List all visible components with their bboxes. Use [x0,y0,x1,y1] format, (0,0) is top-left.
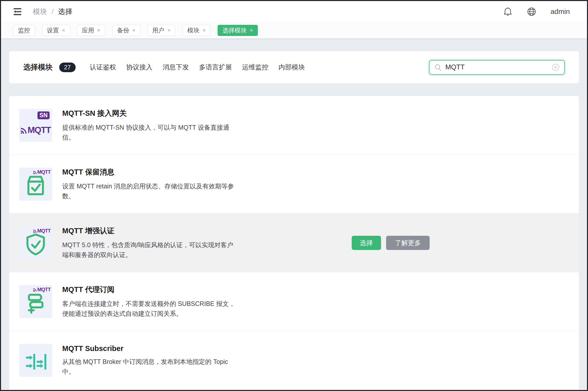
module-description: 从其他 MQTT Broker 中订阅消息，发布到本地指定的 Topic 中。 [62,357,239,377]
search-input[interactable] [445,63,548,71]
tab-modules[interactable]: 模块 × [182,25,211,36]
user-menu[interactable]: admin [551,8,570,16]
search-icon [434,64,442,71]
tab-select-module[interactable]: 选择模块 × [218,25,258,36]
app-window: 模块 / 选择 admin [0,0,588,391]
module-description: 设置 MQTT retain 消息的启用状态、存储位置以及有效期等参数。 [62,181,239,201]
mqtt-wave-icon [20,128,27,134]
module-description: 客户端在连接建立时，不需要发送额外的 SUBSCRIBE 报文，便能通过预设的表… [62,299,239,319]
category-tabs: 认证鉴权 协议接入 消息下发 多语言扩展 运维监控 内部模块 [90,63,305,72]
module-row-mqtt-sn-gateway[interactable]: SN MQTT MQTT-SN 接入网关 提供标准的 MQTT-SN 协议接入，… [9,96,579,155]
arrows-into-bars-icon [24,350,47,374]
breadcrumb: 模块 / 选择 [33,7,72,16]
category-ops[interactable]: 运维监控 [242,63,268,72]
open-pages-tabbar: 监控 设置 × 应用 × 备份 × 用户 × 模块 × 选择模块 × [1,22,587,38]
tab-apps[interactable]: 应用 × [77,25,105,36]
tab-monitor[interactable]: 监控 [13,25,35,36]
globe-icon[interactable] [527,7,536,16]
top-header: 模块 / 选择 admin [1,1,587,22]
breadcrumb-current: 选择 [58,7,72,16]
module-count-badge: 27 [59,63,76,72]
module-row-mqtt-retain[interactable]: MQTT MQTT 保留消息 设置 MQTT retain 消息的启用状态、存储… [9,155,579,213]
module-title: MQTT 保留消息 [62,167,239,177]
retain-box-check-icon [24,174,47,197]
select-button[interactable]: 选择 [352,236,381,250]
module-title: MQTT 增强认证 [62,226,239,236]
tab-users[interactable]: 用户 × [148,25,176,36]
close-icon[interactable]: × [132,28,136,33]
close-icon[interactable]: × [62,28,65,33]
search-box [429,60,565,75]
close-icon[interactable]: × [167,28,171,33]
close-icon[interactable]: × [202,28,206,33]
breadcrumb-separator: / [52,8,54,16]
module-list: SN MQTT MQTT-SN 接入网关 提供标准的 MQTT-SN 协议接入，… [9,96,579,390]
shield-check-icon [24,232,47,256]
sn-badge: SN [37,111,50,119]
module-toolbar-card: 选择模块 27 认证鉴权 协议接入 消息下发 多语言扩展 运维监控 内部模块 [9,51,579,83]
module-row-mqtt-subscriber[interactable]: MQTT Subscriber 从其他 MQTT Broker 中订阅消息，发布… [9,331,579,390]
module-description: MQTT 5.0 特性，包含质询/响应风格的认证，可以实现对客户端和服务器的双向… [62,240,239,260]
learn-more-button[interactable]: 了解更多 [386,236,430,250]
mqtt-sn-logo: SN MQTT [19,109,52,142]
module-row-mqtt-proxy-subscription[interactable]: MQTT MQTT 代理订阅 客户端在连接建立时，不需要发送额外的 SUBSCR… [9,272,579,331]
page-title: 选择模块 [23,62,53,72]
close-icon[interactable]: × [250,28,253,33]
category-protocol[interactable]: 协议接入 [126,63,153,72]
category-auth[interactable]: 认证鉴权 [90,63,116,72]
module-description: 提供标准的 MQTT-SN 协议接入，可以与 MQTT 设备直接通信。 [62,123,239,142]
books-plus-icon [24,291,47,315]
header-actions: admin [503,7,570,16]
category-internal[interactable]: 内部模块 [279,63,305,72]
module-title: MQTT-SN 接入网关 [62,108,239,119]
tab-backup[interactable]: 备份 × [112,25,140,36]
module-row-mqtt-enhanced-auth[interactable]: MQTT MQTT 增强认证 MQTT 5.0 特性，包含质询/响应风格的认证，… [9,213,579,272]
tab-settings[interactable]: 设置 × [42,25,70,36]
module-title: MQTT Subscriber [62,344,239,353]
clear-search-icon[interactable] [552,63,560,71]
close-icon[interactable]: × [97,28,100,33]
module-title: MQTT 代理订阅 [62,285,239,295]
category-push[interactable]: 消息下发 [163,63,189,72]
breadcrumb-section[interactable]: 模块 [33,7,47,16]
row-actions: 选择 了解更多 [352,236,430,250]
category-multilang[interactable]: 多语言扩展 [199,63,232,72]
collapse-menu-icon[interactable] [12,6,23,17]
bell-icon[interactable] [503,7,513,16]
